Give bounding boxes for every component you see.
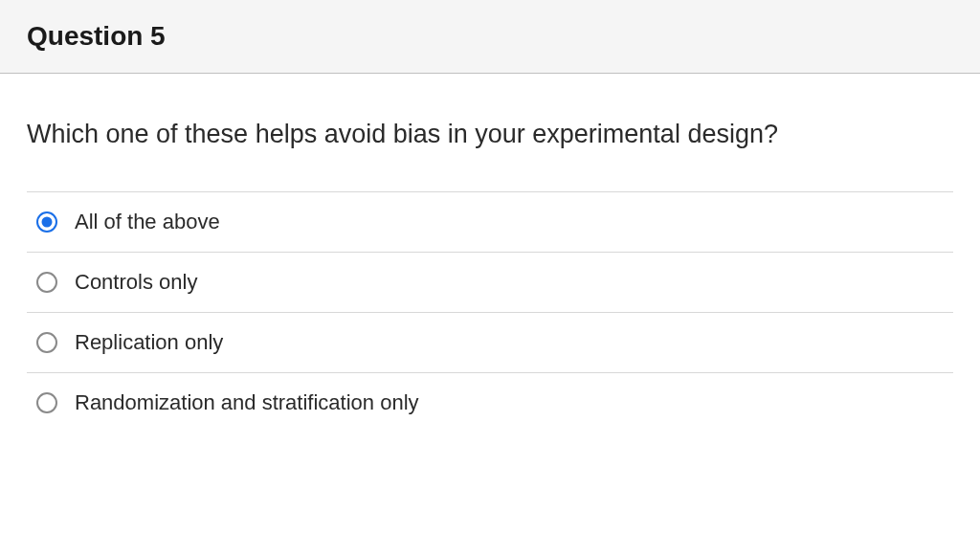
option-row[interactable]: Controls only bbox=[27, 253, 953, 313]
option-label: All of the above bbox=[75, 210, 220, 234]
radio-icon[interactable] bbox=[36, 332, 57, 353]
options-list: All of the above Controls only Replicati… bbox=[27, 191, 953, 433]
option-label: Randomization and stratification only bbox=[75, 390, 419, 415]
option-label: Controls only bbox=[75, 270, 197, 295]
option-row[interactable]: Randomization and stratification only bbox=[27, 373, 953, 433]
question-body: Which one of these helps avoid bias in y… bbox=[0, 74, 980, 433]
question-text: Which one of these helps avoid bias in y… bbox=[27, 120, 953, 149]
radio-icon[interactable] bbox=[36, 392, 57, 413]
radio-icon[interactable] bbox=[36, 211, 57, 233]
question-header: Question 5 bbox=[0, 0, 980, 74]
question-title: Question 5 bbox=[27, 21, 953, 52]
option-row[interactable]: All of the above bbox=[27, 192, 953, 253]
radio-icon[interactable] bbox=[36, 272, 57, 293]
option-row[interactable]: Replication only bbox=[27, 313, 953, 373]
option-label: Replication only bbox=[75, 330, 223, 355]
